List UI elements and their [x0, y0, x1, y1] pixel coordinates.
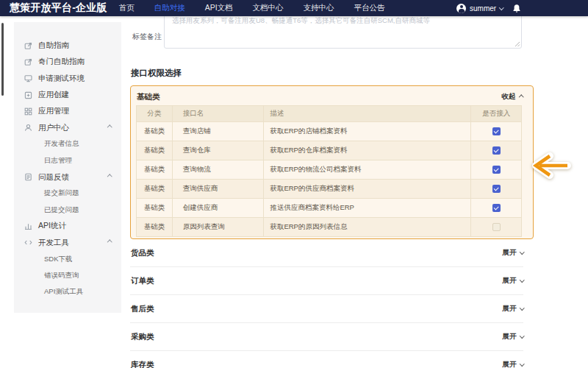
access-checkbox[interactable]	[492, 166, 501, 174]
expand-button[interactable]: 展开	[503, 248, 524, 258]
section-orders[interactable]: 订单类 展开	[130, 267, 523, 295]
cell-api-name: 创建供应商	[173, 199, 265, 217]
sidebar-item-api-test-tool[interactable]: API测试工具	[14, 283, 121, 300]
sidebar-item-label: 应用创建	[38, 90, 69, 100]
expand-button[interactable]: 展开	[503, 360, 524, 368]
cell-category: 基础类	[137, 141, 173, 160]
cell-category: 基础类	[137, 160, 173, 179]
access-checkbox-disabled	[492, 223, 501, 231]
notification-bell-icon[interactable]	[512, 4, 521, 13]
table-row: 基础类 原因列表查询 获取ERP的原因列表信息	[137, 217, 521, 236]
cell-description: 推送供应商档案资料给ERP	[264, 199, 471, 217]
nav-item-announcements[interactable]: 平台公告	[354, 3, 385, 13]
nav-item-home[interactable]: 首页	[119, 3, 135, 13]
sidebar: 自助指南 奇门自助指南 申请测试环境 应用创建 应用管理 用户中心 开发者信息 …	[14, 22, 121, 313]
sidebar-item-app-create[interactable]: 应用创建	[14, 87, 121, 103]
brand-title: 慧策开放平台-企业版	[10, 1, 107, 15]
table-row: 基础类 创建供应商 推送供应商档案资料给ERP	[137, 198, 521, 217]
sidebar-item-log-manage[interactable]: 日志管理	[14, 152, 121, 169]
sidebar-item-label: 开发工具	[38, 238, 69, 248]
column-header-access: 是否接入	[471, 106, 521, 121]
sidebar-item-label: 提交新问题	[44, 188, 79, 198]
table-row: 基础类 查询供应商 获取ERP的供应商档案资料	[137, 179, 521, 198]
sidebar-group-user-center[interactable]: 用户中心	[14, 119, 121, 135]
sidebar-item-label: 日志管理	[44, 156, 72, 166]
section-title: 库存类	[130, 360, 154, 368]
top-navbar: 慧策开放平台-企业版 首页 自助对接 API文档 文档中心 支持中心 平台公告 …	[0, 0, 588, 16]
user-icon	[24, 124, 32, 132]
stats-icon	[24, 222, 32, 230]
section-goods[interactable]: 货品类 展开	[130, 239, 523, 267]
sidebar-item-app-manage[interactable]: 应用管理	[14, 103, 121, 119]
chevron-down-icon	[520, 277, 524, 282]
table-row: 基础类 查询店铺 获取ERP的店铺档案资料	[137, 121, 521, 141]
sidebar-item-apply-test-env[interactable]: 申请测试环境	[14, 71, 121, 87]
nav-item-api-docs[interactable]: API文档	[205, 3, 233, 13]
cell-description: 获取ERP的供应商档案资料	[264, 180, 471, 198]
access-checkbox[interactable]	[492, 204, 501, 212]
sidebar-item-sdk-download[interactable]: SDK下载	[14, 251, 121, 267]
panel-header: 基础类 收起	[131, 86, 533, 105]
sidebar-item-label: 问题反馈	[38, 172, 69, 183]
user-avatar-icon	[456, 4, 466, 13]
expand-label: 展开	[503, 248, 517, 258]
section-title: 订单类	[130, 276, 154, 286]
cell-description: 获取ERP的店铺档案资料	[264, 122, 471, 141]
sidebar-item-label: 开发者信息	[44, 139, 79, 149]
cell-description: 获取ERP的原因列表信息	[264, 218, 471, 236]
cell-api-name: 查询物流	[173, 160, 265, 179]
cell-category: 基础类	[137, 199, 173, 217]
access-checkbox[interactable]	[492, 185, 501, 193]
collapse-button[interactable]: 收起	[502, 92, 523, 102]
chevron-up-icon	[107, 174, 112, 179]
chevron-up-icon	[107, 125, 112, 130]
column-header-category: 分类	[137, 106, 173, 121]
feedback-icon	[24, 173, 32, 181]
sidebar-group-dev-tools[interactable]: 开发工具	[14, 235, 121, 251]
sidebar-item-self-guide[interactable]: 自助指南	[14, 38, 121, 54]
table-row: 基础类 查询仓库 获取ERP的仓库档案资料	[137, 141, 521, 160]
expand-button[interactable]: 展开	[503, 304, 524, 314]
section-aftersale[interactable]: 售后类 展开	[130, 295, 523, 323]
access-checkbox[interactable]	[492, 127, 501, 135]
table-row: 基础类 查询物流 获取ERP的物流公司档案资料	[137, 160, 521, 179]
access-checkbox[interactable]	[492, 146, 501, 155]
expand-label: 展开	[503, 360, 517, 368]
sidebar-item-label: 已提交问题	[44, 205, 79, 215]
user-menu[interactable]: summer	[456, 0, 521, 16]
api-permission-table: 分类 接口名 描述 是否接入 基础类 查询店铺 获取ERP的店铺档案资料 基础类…	[136, 105, 522, 237]
sidebar-item-label: API统计	[38, 221, 66, 231]
user-name: summer	[470, 4, 496, 13]
cell-api-name: 原因列表查询	[173, 218, 265, 236]
cell-description: 获取ERP的物流公司档案资料	[264, 160, 471, 179]
sidebar-item-submit-issue[interactable]: 提交新问题	[14, 185, 121, 202]
sidebar-item-developer-info[interactable]: 开发者信息	[14, 136, 121, 152]
cell-api-name: 查询仓库	[173, 141, 265, 160]
nav-item-support[interactable]: 支持中心	[304, 3, 334, 13]
app-manage-icon	[24, 107, 32, 116]
section-title: 货品类	[130, 248, 154, 258]
nav-item-doc-center[interactable]: 文档中心	[253, 3, 284, 13]
code-icon	[24, 238, 32, 247]
sidebar-item-qimen-guide[interactable]: 奇门自助指南	[14, 54, 121, 70]
sidebar-item-label: 用户中心	[38, 123, 69, 133]
panel-title: 基础类	[137, 92, 160, 102]
section-inventory[interactable]: 库存类 展开	[130, 351, 523, 368]
sidebar-item-label: 自助指南	[38, 40, 69, 51]
sidebar-group-feedback[interactable]: 问题反馈	[14, 169, 121, 185]
section-title: 采购类	[130, 332, 154, 342]
sidebar-item-api-stats[interactable]: API统计	[14, 218, 121, 234]
vertical-scrollbar-thumb[interactable]	[1, 23, 4, 96]
sidebar-item-error-code-query[interactable]: 错误码查询	[14, 267, 121, 283]
sidebar-item-label: 申请测试环境	[38, 74, 85, 84]
page-title: 接口权限选择	[131, 68, 182, 79]
sidebar-item-label: API测试工具	[44, 287, 83, 297]
cell-api-name: 查询供应商	[173, 180, 265, 198]
section-purchase[interactable]: 采购类 展开	[130, 323, 523, 351]
expand-button[interactable]: 展开	[503, 276, 524, 286]
cell-description: 获取ERP的仓库档案资料	[264, 141, 471, 160]
nav-item-self-service[interactable]: 自助对接	[154, 3, 185, 13]
expand-label: 展开	[503, 332, 517, 342]
expand-button[interactable]: 展开	[503, 332, 524, 342]
sidebar-item-submitted-issues[interactable]: 已提交问题	[14, 202, 121, 218]
